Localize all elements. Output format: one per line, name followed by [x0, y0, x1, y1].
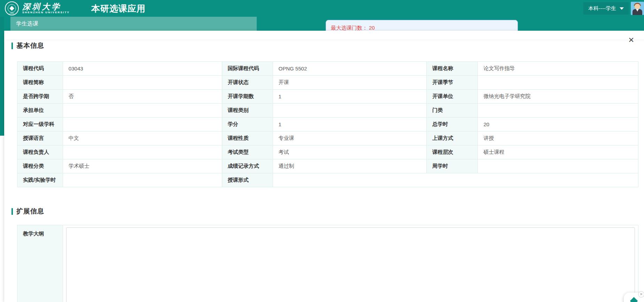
- university-seal-icon: 1983: [5, 1, 19, 15]
- field-value-cell: [273, 104, 427, 118]
- field-label-cell: 开课季节: [427, 76, 478, 90]
- max-courses-text: 最大选课门数： 20: [331, 25, 375, 31]
- field-value-cell: 20: [478, 118, 638, 131]
- tab-bar: 学生选课: [0, 17, 644, 31]
- field-label-cell: 门类: [427, 104, 478, 118]
- field-value-cell: [63, 104, 222, 118]
- field-label-cell: 总学时: [427, 118, 478, 131]
- field-value-cell: 论文写作指导: [478, 62, 638, 76]
- field-value-cell: 1: [273, 90, 427, 104]
- table-row: 对应一级学科学分1总学时20: [17, 118, 638, 131]
- field-value-cell: 讲授: [478, 131, 638, 145]
- tab-student-course-selection[interactable]: 学生选课: [10, 17, 257, 31]
- field-label-cell: 课程负责人: [17, 145, 63, 159]
- modal-top-divider: [4, 40, 644, 40]
- field-label-cell: 开课状态: [222, 76, 273, 90]
- table-row: 授课语言中文课程性质专业课上课方式讲授: [17, 131, 638, 145]
- max-courses-value: 20: [369, 25, 375, 31]
- field-label-cell: 对应一级学科: [17, 118, 63, 131]
- role-selector-dropdown[interactable]: 本科----学生: [583, 2, 629, 15]
- field-label-cell: 课程代码: [17, 62, 63, 76]
- field-label-cell: 授课语言: [17, 131, 63, 145]
- field-value-cell: 微纳光电子学研究院: [478, 90, 638, 104]
- field-label-cell: 授课形式: [222, 173, 273, 187]
- section-accent-bar: [11, 208, 13, 215]
- field-value-cell: 1: [273, 118, 427, 131]
- field-label-cell: 开课单位: [427, 90, 478, 104]
- field-value-cell: 通过制: [273, 159, 427, 173]
- seal-year: 1983: [9, 12, 14, 14]
- field-value-cell: 开课: [273, 76, 427, 90]
- syllabus-textarea[interactable]: [66, 227, 635, 302]
- field-label-cell: 上课方式: [427, 131, 478, 145]
- field-label-cell: 课程性质: [222, 131, 273, 145]
- field-value-cell: [63, 145, 222, 159]
- table-row: 承担单位课程类别门类: [17, 104, 638, 118]
- school-name-en: SHENZHEN UNIVERSITY: [22, 11, 70, 14]
- section-accent-bar: [11, 43, 13, 49]
- avatar[interactable]: [631, 2, 644, 15]
- field-label-cell: 国际课程代码: [222, 62, 273, 76]
- section-basic-title: 基本信息: [16, 41, 44, 50]
- field-label-cell: 考试类型: [222, 145, 273, 159]
- field-label-cell: 课程类别: [222, 104, 273, 118]
- field-value-cell: 学术硕士: [63, 159, 222, 173]
- section-extended-info: 扩展信息: [11, 207, 44, 216]
- app-header: 1983 深圳大学 SHENZHEN UNIVERSITY 本研选课应用 本科-…: [0, 0, 644, 17]
- field-label-cell: 课程层次: [427, 145, 478, 159]
- field-value-cell: [63, 225, 638, 302]
- field-value-cell: [63, 76, 222, 90]
- field-value-cell: 考试: [273, 145, 427, 159]
- course-detail-modal: ✕ 基本信息 课程代码03043国际课程代码OPNG 5502课程名称论文写作指…: [4, 31, 644, 302]
- max-courses-label: 最大选课门数：: [331, 25, 367, 31]
- field-label-cell: 实践/实验学时: [17, 173, 63, 187]
- field-value-cell: 中文: [63, 131, 222, 145]
- field-label-cell: 教学大纲: [17, 225, 63, 302]
- table-row: 教学大纲: [17, 225, 638, 302]
- field-value-cell: [63, 118, 222, 131]
- field-value-cell: 否: [63, 90, 222, 104]
- field-value-cell: [478, 76, 638, 90]
- field-label-cell: 开课学期数: [222, 90, 273, 104]
- role-label: 本科----学生: [588, 5, 616, 12]
- field-label-cell: 学分: [222, 118, 273, 131]
- basic-info-table: 课程代码03043国际课程代码OPNG 5502课程名称论文写作指导课程简称开课…: [17, 61, 638, 187]
- field-value-cell: 硕士课程: [478, 145, 638, 159]
- field-label-cell: 成绩记录方式: [222, 159, 273, 173]
- field-label-cell: 课程名称: [427, 62, 478, 76]
- field-value-cell: OPNG 5502: [273, 62, 427, 76]
- section-extended-title: 扩展信息: [16, 207, 44, 216]
- table-row: 课程代码03043国际课程代码OPNG 5502课程名称论文写作指导: [17, 62, 638, 76]
- table-row: 是否跨学期否开课学期数1开课单位微纳光电子学研究院: [17, 90, 638, 104]
- extended-info-table: 教学大纲: [17, 225, 638, 302]
- layers-icon: [630, 297, 638, 302]
- field-label-cell: 承担单位: [17, 104, 63, 118]
- field-label-cell: 是否跨学期: [17, 90, 63, 104]
- widget-close-icon[interactable]: ✕: [638, 291, 644, 297]
- school-name: 深圳大学 SHENZHEN UNIVERSITY: [22, 2, 70, 14]
- table-row: 实践/实验学时授课形式: [17, 173, 638, 187]
- field-label-cell: 课程简称: [17, 76, 63, 90]
- field-label-cell: 周学时: [427, 159, 478, 173]
- field-value-cell: [478, 104, 638, 118]
- page-title: 本研选课应用: [91, 3, 146, 14]
- field-value-cell: 专业课: [273, 131, 427, 145]
- school-name-zh: 深圳大学: [22, 2, 70, 11]
- section-basic-info: 基本信息: [11, 41, 44, 50]
- table-row: 课程负责人考试类型考试课程层次硕士课程: [17, 145, 638, 159]
- field-value-cell: [273, 173, 638, 187]
- field-value-cell: [63, 173, 222, 187]
- field-label-cell: 课程分类: [17, 159, 63, 173]
- field-value-cell: [478, 159, 638, 173]
- sidebar-strip: [0, 17, 4, 136]
- field-value-cell: 03043: [63, 62, 222, 76]
- chevron-down-icon: [620, 7, 624, 10]
- close-icon[interactable]: ✕: [628, 36, 634, 44]
- table-row: 课程简称开课状态开课开课季节: [17, 76, 638, 90]
- header-right: 本科----学生: [583, 0, 644, 17]
- table-row: 课程分类学术硕士成绩记录方式通过制周学时: [17, 159, 638, 173]
